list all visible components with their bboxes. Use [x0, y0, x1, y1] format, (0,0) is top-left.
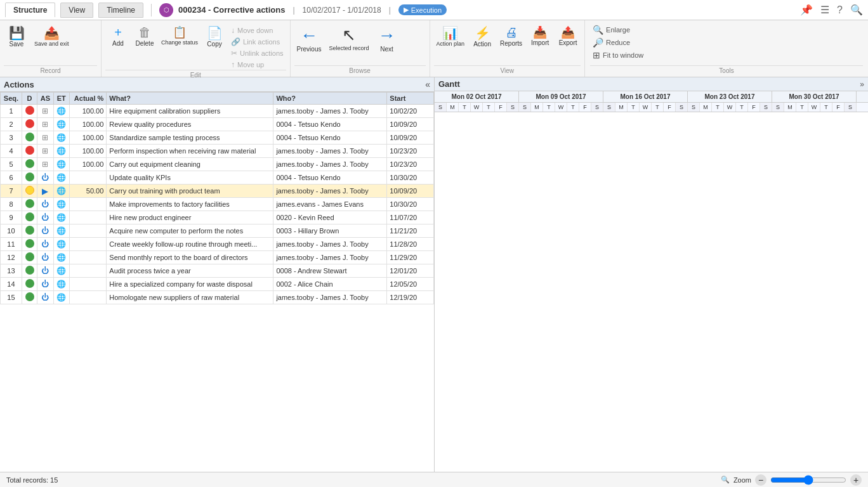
enlarge-button[interactable]: 🔍 Enlarge: [590, 24, 863, 36]
cell-d: [22, 238, 37, 251]
pin-icon[interactable]: 📌: [800, 4, 813, 16]
gantt-day-label: S: [676, 103, 688, 112]
action-plan-button[interactable]: 📊 Action plan: [434, 24, 468, 48]
gantt-week-headers: Mon 02 Oct 2017Mon 09 Oct 2017Mon 16 Oct…: [435, 91, 868, 103]
cell-d: [22, 158, 37, 171]
th-what: What?: [107, 93, 273, 105]
search-icon[interactable]: 🔍: [850, 4, 863, 16]
play-icon: ▶: [404, 6, 409, 14]
cell-who: james.tooby - James J. Tooby: [273, 105, 387, 118]
copy-button[interactable]: 📄 Copy: [202, 24, 227, 49]
top-bar: Structure View Timeline ⬡ 000234 - Corre…: [0, 0, 868, 20]
table-row[interactable]: 9 ⏻ 🌐 Hire new product engineer 0020 - K…: [1, 211, 434, 224]
gantt-week-label: Mon 02 Oct 2017: [435, 91, 519, 102]
unlink-actions-button[interactable]: ✂ Unlink actions: [228, 48, 286, 58]
gantt-content[interactable]: Mon 02 Oct 2017Mon 09 Oct 2017Mon 16 Oct…: [435, 91, 868, 472]
gantt-week-label: Mon 09 Oct 2017: [519, 91, 603, 102]
cell-who: 0002 - Alice Chain: [273, 278, 387, 291]
table-row[interactable]: 8 ⏻ 🌐 Make improvements to factory facil…: [1, 198, 434, 211]
selected-record-button[interactable]: ↖ Selected record: [326, 24, 371, 53]
gantt-day-label: S: [772, 103, 784, 112]
execution-button[interactable]: ▶ Execution: [398, 4, 447, 15]
collapse-actions-button[interactable]: «: [425, 79, 430, 89]
link-actions-button[interactable]: 🔗 Link actions: [228, 37, 286, 47]
table-row[interactable]: 7 ▶ 🌐 50.00 Carry out training with prod…: [1, 185, 434, 198]
move-down-button[interactable]: ↓ Move down: [228, 25, 286, 36]
gantt-day-label: W: [640, 103, 652, 112]
cell-et: 🌐: [53, 291, 69, 304]
gantt-day-label: S: [435, 103, 447, 112]
save-button[interactable]: 💾 Save: [4, 24, 29, 49]
cell-as: ▶: [37, 185, 54, 198]
gantt-day-label: F: [664, 103, 676, 112]
actions-tbody: 1 ⊞ 🌐 100.00 Hire equipment calibration …: [1, 105, 434, 304]
tab-structure[interactable]: Structure: [5, 3, 55, 17]
table-row[interactable]: 5 ⊞ 🌐 100.00 Carry out equipment cleanin…: [1, 158, 434, 171]
gantt-day-label: S: [603, 103, 615, 112]
table-row[interactable]: 11 ⏻ 🌐 Create weekly follow-up routine t…: [1, 238, 434, 251]
cell-who: james.tooby - James J. Tooby: [273, 251, 387, 264]
cell-seq: 3: [1, 131, 22, 145]
status-bar: Total records: 15 🔍 Zoom − +: [0, 472, 868, 487]
reduce-button[interactable]: 🔎 Reduce: [590, 37, 863, 48]
actions-panel-title: Actions: [4, 80, 34, 89]
cell-d: [22, 278, 37, 291]
gantt-day-label: F: [832, 103, 845, 112]
cell-actual: 100.00: [69, 118, 106, 131]
gantt-header: Gantt »: [435, 77, 868, 91]
edit-actions-col: ↓ Move down 🔗 Link actions ✂ Unlink acti…: [228, 24, 286, 70]
menu-icon[interactable]: ☰: [820, 4, 829, 16]
total-records: Total records: 15: [6, 476, 58, 484]
cell-as: ⏻: [37, 211, 54, 224]
zoom-in-button[interactable]: +: [850, 474, 862, 486]
change-status-button[interactable]: 📋 Change status: [159, 24, 201, 47]
cell-who: 0020 - Kevin Reed: [273, 211, 387, 224]
action-button[interactable]: ⚡ Action: [470, 24, 495, 49]
table-row[interactable]: 3 ⊞ 🌐 100.00 Standardize sample testing …: [1, 131, 434, 145]
table-row[interactable]: 13 ⏻ 🌐 Audit process twice a year 0008 -…: [1, 264, 434, 278]
next-button[interactable]: → Next: [374, 24, 399, 54]
cell-actual: [69, 264, 106, 278]
help-icon[interactable]: ?: [837, 4, 843, 16]
table-row[interactable]: 6 ⏻ 🌐 Update quality KPIs 0004 - Tetsuo …: [1, 171, 434, 185]
cell-start: 10/09/20: [387, 118, 434, 131]
save-exit-button[interactable]: 📤 Save and exit: [32, 24, 72, 48]
table-row[interactable]: 1 ⊞ 🌐 100.00 Hire equipment calibration …: [1, 105, 434, 118]
cell-actual: [69, 198, 106, 211]
table-row[interactable]: 10 ⏻ 🌐 Acquire new computer to perform t…: [1, 224, 434, 238]
gantt-week-label: Mon 16 Oct 2017: [603, 91, 688, 102]
actions-data-table: Seq. D AS ET Actual % What? Who? Start 1…: [0, 92, 434, 304]
table-row[interactable]: 4 ⊞ 🌐 100.00 Perform inspection when rec…: [1, 145, 434, 158]
fit-window-button[interactable]: ⊞ Fit to window: [590, 49, 863, 61]
gantt-day-label: S: [507, 103, 519, 112]
cell-seq: 2: [1, 118, 22, 131]
zoom-out-button[interactable]: −: [755, 474, 766, 486]
gantt-day-label: M: [531, 103, 543, 112]
table-header: Seq. D AS ET Actual % What? Who? Start: [1, 93, 434, 105]
expand-gantt-button[interactable]: »: [860, 80, 864, 89]
previous-button[interactable]: ← Previous: [294, 24, 324, 54]
add-button[interactable]: + Add: [105, 24, 131, 48]
import-button[interactable]: 📥 Import: [527, 24, 553, 48]
delete-button[interactable]: 🗑 Delete: [132, 24, 157, 48]
gantt-panel: Gantt » Mon 02 Oct 2017Mon 09 Oct 2017Mo…: [435, 77, 868, 472]
reports-button[interactable]: 🖨 Reports: [497, 24, 525, 48]
gantt-day-label: F: [748, 103, 760, 112]
th-et: ET: [53, 93, 69, 105]
move-up-button[interactable]: ↑ Move up: [228, 60, 286, 70]
tab-timeline[interactable]: Timeline: [98, 3, 143, 18]
table-row[interactable]: 12 ⏻ 🌐 Send monthly report to the board …: [1, 251, 434, 264]
tab-view[interactable]: View: [60, 3, 93, 18]
table-row[interactable]: 15 ⏻ 🌐 Homologate new suppliers of raw m…: [1, 291, 434, 304]
cell-who: 0003 - Hillary Brown: [273, 224, 387, 238]
gantt-day-label: T: [459, 103, 471, 112]
cell-seq: 1: [1, 105, 22, 118]
zoom-slider[interactable]: [770, 475, 846, 485]
table-row[interactable]: 14 ⏻ 🌐 Hire a specialized company for wa…: [1, 278, 434, 291]
table-row[interactable]: 2 ⊞ 🌐 100.00 Review quality procedures 0…: [1, 118, 434, 131]
cell-start: 10/30/20: [387, 171, 434, 185]
gantt-day-label: M: [615, 103, 628, 112]
th-d: D: [22, 93, 37, 105]
zoom-label: Zoom: [733, 476, 751, 484]
export-button[interactable]: 📤 Export: [555, 24, 581, 48]
